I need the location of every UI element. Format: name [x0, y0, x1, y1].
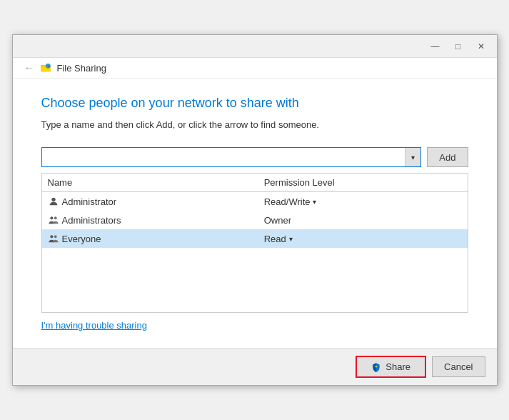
permission-dropdown-arrow[interactable]: ▾ — [313, 198, 316, 206]
main-content: Choose people on your network to share w… — [13, 79, 497, 348]
svg-rect-11 — [376, 365, 377, 367]
user-name: Administrators — [62, 215, 121, 226]
name-cell: Everyone — [48, 233, 253, 244]
title-bar: — □ ✕ — [13, 35, 497, 58]
user-name: Everyone — [62, 234, 101, 244]
empty-row — [42, 248, 468, 312]
add-row: ▾ Add — [41, 147, 468, 167]
group-icon — [48, 214, 59, 226]
name-input-wrapper[interactable]: ▾ — [41, 147, 422, 167]
back-button[interactable]: ← — [24, 62, 34, 74]
cancel-button[interactable]: Cancel — [432, 356, 485, 377]
permission-value: Read/Write — [264, 196, 311, 207]
title-bar-controls: — □ ✕ — [425, 39, 491, 54]
svg-point-6 — [50, 216, 53, 219]
file-sharing-window: — □ ✕ ← ↑ File Sharing Choose people on … — [12, 34, 498, 386]
trouble-link[interactable]: I'm having trouble sharing — [41, 320, 147, 331]
table-row[interactable]: Administrators Owner — [42, 211, 468, 229]
user-name: Administrator — [62, 196, 117, 207]
permission-cell: Owner — [264, 215, 462, 226]
main-heading: Choose people on your network to share w… — [41, 96, 468, 111]
close-button[interactable]: ✕ — [471, 39, 491, 54]
share-button-label: Share — [385, 361, 410, 372]
dropdown-arrow[interactable]: ▾ — [405, 148, 420, 166]
permission-value: Owner — [264, 215, 291, 226]
svg-point-5 — [51, 198, 55, 201]
maximize-button[interactable]: □ — [448, 39, 468, 54]
name-cell: Administrators — [48, 214, 253, 226]
svg-point-8 — [50, 235, 53, 238]
table-row[interactable]: Administrator Read/Write ▾ — [42, 192, 468, 211]
main-description: Type a name and then click Add, or click… — [41, 119, 468, 130]
permission-dropdown-arrow[interactable]: ▾ — [289, 235, 293, 243]
nav-bar: ← ↑ File Sharing — [13, 58, 497, 79]
nav-title: File Sharing — [57, 63, 106, 74]
col-permission: Permission Level — [258, 174, 468, 192]
svg-point-9 — [54, 235, 56, 238]
permission-value: Read — [264, 234, 286, 244]
share-button[interactable]: Share — [356, 356, 426, 378]
minimize-button[interactable]: — — [425, 39, 445, 54]
group-icon — [48, 233, 59, 244]
name-input[interactable] — [42, 148, 405, 166]
share-table: Name Permission Level — [41, 173, 468, 313]
permission-cell: Read/Write ▾ — [264, 196, 462, 207]
svg-text:↑: ↑ — [46, 64, 48, 68]
table-row[interactable]: Everyone Read ▾ — [42, 229, 468, 248]
user-icon — [48, 196, 59, 207]
svg-point-7 — [54, 216, 56, 219]
svg-rect-2 — [41, 65, 44, 66]
shield-icon — [371, 362, 381, 372]
folder-icon: ↑ — [40, 62, 51, 74]
add-button[interactable]: Add — [427, 147, 468, 167]
name-cell: Administrator — [48, 196, 253, 207]
permission-cell: Read ▾ — [264, 234, 462, 244]
footer: Share Cancel — [13, 348, 497, 385]
col-name: Name — [42, 174, 258, 192]
